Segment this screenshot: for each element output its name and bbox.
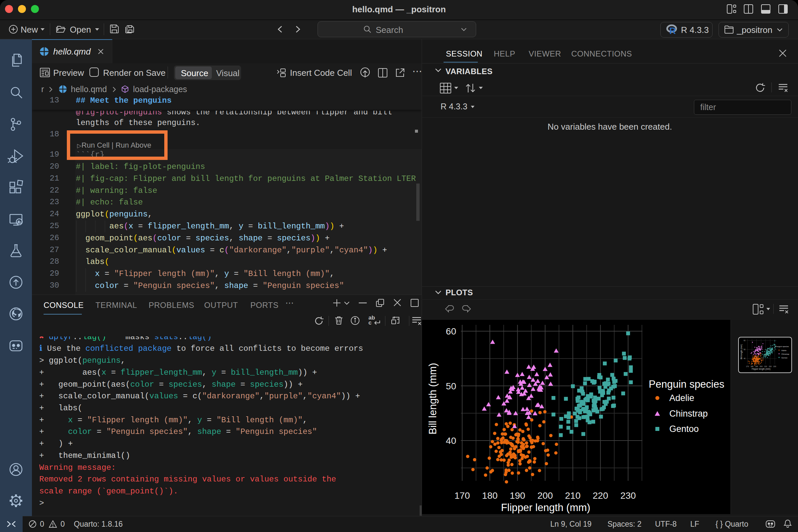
svg-text:170: 170 (746, 365, 749, 367)
svg-text:40: 40 (743, 358, 745, 359)
svg-text:200: 200 (760, 365, 763, 367)
svg-text:60: 60 (743, 340, 745, 341)
svg-text:Adelie: Adelie (781, 349, 786, 352)
svg-text:220: 220 (769, 365, 772, 367)
svg-text:Penguin species: Penguin species (775, 345, 789, 347)
svg-text:210: 210 (764, 365, 767, 367)
svg-text:Gentoo: Gentoo (781, 357, 787, 359)
svg-text:180: 180 (751, 365, 754, 367)
svg-text:Chinstrap: Chinstrap (781, 353, 790, 355)
svg-text:50: 50 (743, 348, 745, 350)
svg-text:Flipper length (mm): Flipper length (mm) (752, 368, 771, 370)
svg-text:190: 190 (755, 365, 758, 367)
svg-text:230: 230 (773, 365, 776, 367)
svg-text:Bill length (mm): Bill length (mm) (740, 344, 743, 359)
